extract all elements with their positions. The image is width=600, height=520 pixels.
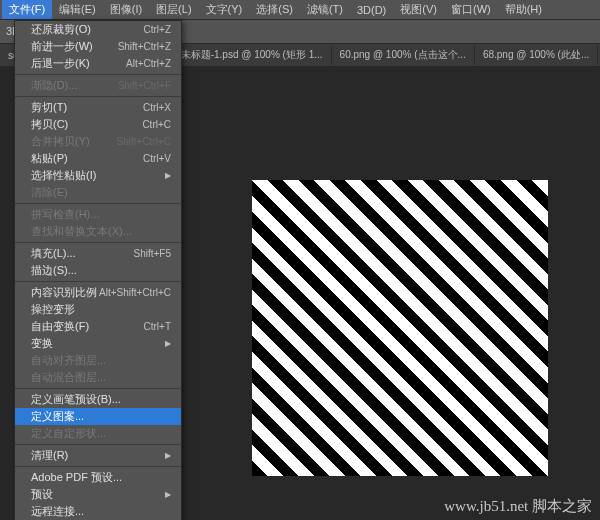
- menu-item-0[interactable]: 还原裁剪(O)Ctrl+Z: [15, 21, 181, 38]
- menu-item-label: 填充(L)...: [31, 246, 76, 261]
- menu-2[interactable]: 图像(I): [103, 0, 149, 19]
- menu-4[interactable]: 文字(Y): [199, 0, 250, 19]
- menu-item-34[interactable]: 远程连接...: [15, 503, 181, 520]
- menu-item-label: 远程连接...: [31, 504, 84, 519]
- menu-item-4: 渐隐(D)...Shift+Ctrl+F: [15, 77, 181, 94]
- menu-item-label: 合并拷贝(Y): [31, 134, 90, 149]
- menu-item-label: 清理(R): [31, 448, 68, 463]
- menu-item-17[interactable]: 描边(S)...: [15, 262, 181, 279]
- menu-3[interactable]: 图层(L): [149, 0, 198, 19]
- shortcut: Shift+Ctrl+C: [117, 136, 171, 147]
- shortcut: Alt+Shift+Ctrl+C: [99, 287, 171, 298]
- menu-item-28: 定义自定形状...: [15, 425, 181, 442]
- menu-item-1[interactable]: 前进一步(W)Shift+Ctrl+Z: [15, 38, 181, 55]
- menu-item-27[interactable]: 定义图案...: [15, 408, 181, 425]
- menu-item-24: 自动混合图层...: [15, 369, 181, 386]
- menu-item-8: 合并拷贝(Y)Shift+Ctrl+C: [15, 133, 181, 150]
- menu-item-label: 后退一步(K): [31, 56, 90, 71]
- doc-tab-4[interactable]: 68.png @ 100% (此处...: [475, 45, 598, 65]
- menu-item-label: 定义自定形状...: [31, 426, 106, 441]
- submenu-arrow-icon: ▶: [165, 339, 171, 348]
- menu-item-6[interactable]: 剪切(T)Ctrl+X: [15, 99, 181, 116]
- menu-item-label: 剪切(T): [31, 100, 67, 115]
- menu-item-23: 自动对齐图层...: [15, 352, 181, 369]
- submenu-arrow-icon: ▶: [165, 451, 171, 460]
- menu-item-20[interactable]: 操控变形: [15, 301, 181, 318]
- menu-item-13: 拼写检查(H)...: [15, 206, 181, 223]
- menu-item-label: 拷贝(C): [31, 117, 68, 132]
- menu-item-19[interactable]: 内容识别比例Alt+Shift+Ctrl+C: [15, 284, 181, 301]
- menu-item-label: 自动对齐图层...: [31, 353, 106, 368]
- menu-item-label: Adobe PDF 预设...: [31, 470, 122, 485]
- menu-item-label: 操控变形: [31, 302, 75, 317]
- submenu-arrow-icon: ▶: [165, 490, 171, 499]
- menu-item-30[interactable]: 清理(R)▶: [15, 447, 181, 464]
- menubar: 文件(F)编辑(E)图像(I)图层(L)文字(Y)选择(S)滤镜(T)3D(D)…: [0, 0, 600, 20]
- menu-item-label: 定义画笔预设(B)...: [31, 392, 121, 407]
- menu-item-label: 描边(S)...: [31, 263, 77, 278]
- menu-item-label: 选择性粘贴(I): [31, 168, 96, 183]
- menu-10[interactable]: 帮助(H): [498, 0, 549, 19]
- menu-item-label: 自由变换(F): [31, 319, 89, 334]
- menu-item-label: 渐隐(D)...: [31, 78, 77, 93]
- menu-7[interactable]: 3D(D): [350, 2, 393, 18]
- menu-item-label: 粘贴(P): [31, 151, 68, 166]
- shortcut: Shift+Ctrl+F: [118, 80, 171, 91]
- menu-0[interactable]: 文件(F): [2, 0, 52, 19]
- doc-tab-3[interactable]: 60.png @ 100% (点击这个...: [332, 45, 475, 65]
- menu-item-9[interactable]: 粘贴(P)Ctrl+V: [15, 150, 181, 167]
- menu-item-label: 拼写检查(H)...: [31, 207, 99, 222]
- watermark: www.jb51.net 脚本之家: [444, 497, 592, 516]
- menu-item-21[interactable]: 自由变换(F)Ctrl+T: [15, 318, 181, 335]
- menu-item-22[interactable]: 变换▶: [15, 335, 181, 352]
- menu-item-26[interactable]: 定义画笔预设(B)...: [15, 391, 181, 408]
- shortcut: Ctrl+V: [143, 153, 171, 164]
- menu-item-2[interactable]: 后退一步(K)Alt+Ctrl+Z: [15, 55, 181, 72]
- shortcut: Ctrl+C: [142, 119, 171, 130]
- shortcut: Shift+F5: [133, 248, 171, 259]
- menu-item-label: 预设: [31, 487, 53, 502]
- menu-5[interactable]: 选择(S): [249, 0, 300, 19]
- menu-6[interactable]: 滤镜(T): [300, 0, 350, 19]
- shortcut: Ctrl+Z: [144, 24, 172, 35]
- menu-item-label: 还原裁剪(O): [31, 22, 91, 37]
- shortcut: Ctrl+X: [143, 102, 171, 113]
- menu-item-32[interactable]: Adobe PDF 预设...: [15, 469, 181, 486]
- menu-item-10[interactable]: 选择性粘贴(I)▶: [15, 167, 181, 184]
- menu-9[interactable]: 窗口(W): [444, 0, 498, 19]
- edit-menu-dropdown: 还原裁剪(O)Ctrl+Z前进一步(W)Shift+Ctrl+Z后退一步(K)A…: [14, 20, 182, 520]
- menu-item-label: 定义图案...: [31, 409, 84, 424]
- shortcut: Ctrl+T: [144, 321, 172, 332]
- diagonal-pattern: [252, 180, 548, 476]
- menu-item-7[interactable]: 拷贝(C)Ctrl+C: [15, 116, 181, 133]
- document-canvas[interactable]: [252, 180, 548, 476]
- menu-item-16[interactable]: 填充(L)...Shift+F5: [15, 245, 181, 262]
- submenu-arrow-icon: ▶: [165, 171, 171, 180]
- menu-1[interactable]: 编辑(E): [52, 0, 103, 19]
- menu-item-label: 清除(E): [31, 185, 68, 200]
- menu-item-label: 变换: [31, 336, 53, 351]
- shortcut: Shift+Ctrl+Z: [118, 41, 171, 52]
- menu-item-label: 查找和替换文本(X)...: [31, 224, 132, 239]
- menu-item-label: 自动混合图层...: [31, 370, 106, 385]
- menu-item-33[interactable]: 预设▶: [15, 486, 181, 503]
- menu-item-label: 内容识别比例: [31, 285, 97, 300]
- menu-item-11: 清除(E): [15, 184, 181, 201]
- shortcut: Alt+Ctrl+Z: [126, 58, 171, 69]
- menu-8[interactable]: 视图(V): [393, 0, 444, 19]
- menu-item-14: 查找和替换文本(X)...: [15, 223, 181, 240]
- doc-tab-2[interactable]: 未标题-1.psd @ 100% (矩形 1...: [173, 45, 332, 65]
- menu-item-label: 前进一步(W): [31, 39, 93, 54]
